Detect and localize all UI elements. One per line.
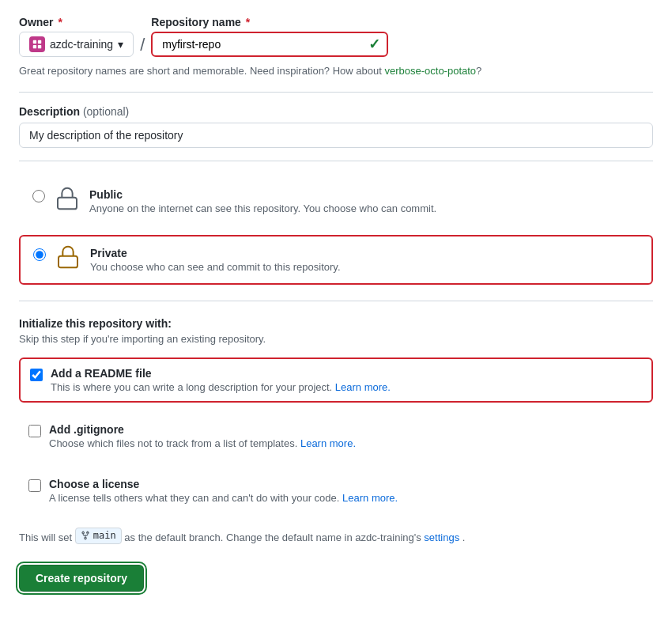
valid-checkmark-icon: ✓ xyxy=(368,36,380,53)
owner-label: Owner * xyxy=(19,16,134,28)
repo-name-hint: Great repository names are short and mem… xyxy=(19,63,653,79)
repo-name-label: Repository name * xyxy=(151,16,388,28)
suggestion-link[interactable]: verbose-octo-potato xyxy=(384,65,476,77)
public-title: Public xyxy=(89,188,436,201)
svg-rect-2 xyxy=(33,45,36,48)
private-option[interactable]: Private You choose who can see and commi… xyxy=(19,235,653,285)
init-subtitle: Skip this step if you're importing an ex… xyxy=(19,333,653,345)
settings-link[interactable]: settings xyxy=(424,531,459,543)
public-icon xyxy=(55,186,80,215)
visibility-section: Public Anyone on the internet can see th… xyxy=(19,177,653,285)
owner-avatar xyxy=(29,36,45,52)
license-option[interactable]: Choose a license A license tells others … xyxy=(19,470,653,512)
license-checkbox[interactable] xyxy=(28,479,41,492)
svg-rect-4 xyxy=(58,197,77,209)
readme-checkbox[interactable] xyxy=(30,369,43,381)
owner-required-star: * xyxy=(58,16,62,28)
initialize-section: Initialize this repository with: Skip th… xyxy=(19,317,653,512)
gitignore-desc: Choose which files not to track from a l… xyxy=(49,437,356,449)
description-label: Description (optional) xyxy=(19,105,653,118)
private-icon xyxy=(55,244,81,274)
divider-1 xyxy=(19,92,653,93)
create-repository-button[interactable]: Create repository xyxy=(19,565,144,592)
gitignore-option[interactable]: Add .gitignore Choose which files not to… xyxy=(19,415,653,457)
gitignore-learn-more-link[interactable]: Learn more. xyxy=(300,437,356,449)
license-desc: A license tells others what they can and… xyxy=(49,492,398,504)
svg-rect-3 xyxy=(38,45,41,48)
repo-name-input[interactable] xyxy=(151,32,388,57)
svg-rect-6 xyxy=(59,255,77,267)
repo-name-required-star: * xyxy=(246,16,250,28)
public-option[interactable]: Public Anyone on the internet can see th… xyxy=(19,177,653,225)
readme-title: Add a README file xyxy=(51,367,391,380)
slash-divider: / xyxy=(140,35,145,57)
public-desc: Anyone on the internet can see this repo… xyxy=(89,202,436,214)
default-branch-info: This will set main as the default branch… xyxy=(19,528,653,546)
license-title: Choose a license xyxy=(49,478,398,490)
owner-dropdown-arrow: ▾ xyxy=(118,38,123,51)
owner-dropdown[interactable]: azdc-training ▾ xyxy=(19,32,134,57)
private-desc: You choose who can see and commit to thi… xyxy=(90,261,341,273)
description-input[interactable] xyxy=(19,123,653,148)
private-title: Private xyxy=(90,247,341,259)
owner-name: azdc-training xyxy=(50,38,113,51)
description-optional: (optional) xyxy=(83,105,129,118)
private-radio[interactable] xyxy=(33,248,46,261)
readme-desc: This is where you can write a long descr… xyxy=(51,381,391,393)
branch-badge: main xyxy=(75,528,122,544)
init-title: Initialize this repository with: xyxy=(19,317,653,330)
gitignore-checkbox[interactable] xyxy=(28,425,41,437)
gitignore-title: Add .gitignore xyxy=(49,423,356,436)
divider-2 xyxy=(19,161,653,161)
readme-option[interactable]: Add a README file This is where you can … xyxy=(19,358,653,403)
public-radio[interactable] xyxy=(32,190,45,202)
license-learn-more-link[interactable]: Learn more. xyxy=(342,492,398,504)
divider-3 xyxy=(19,301,653,301)
svg-rect-1 xyxy=(38,40,41,44)
readme-learn-more-link[interactable]: Learn more. xyxy=(335,381,391,393)
svg-rect-0 xyxy=(33,40,36,44)
branch-name: main xyxy=(93,528,116,543)
